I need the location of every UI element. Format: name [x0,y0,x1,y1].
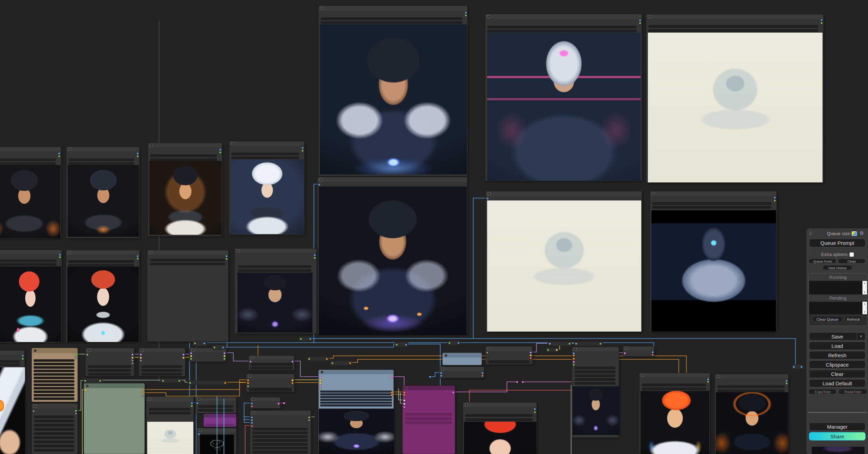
connector-dot-green[interactable] [22,358,24,360]
scroll-down-icon[interactable]: ▼ [862,291,867,294]
node-widget[interactable] [250,363,293,366]
node-widget[interactable] [238,269,311,272]
connector-dot-yellow[interactable] [319,379,321,381]
preview-node-row1-a[interactable] [0,147,61,239]
extra-options-checkbox[interactable] [850,252,854,257]
node-widget[interactable] [320,404,392,406]
node-widget[interactable] [68,260,134,263]
node-title-bar[interactable] [148,250,228,254]
node-title-bar[interactable] [440,367,484,371]
node-widget[interactable] [0,363,20,366]
connector-dot-green[interactable] [308,358,310,360]
node-widget[interactable] [34,384,74,386]
node-widget[interactable] [252,428,308,430]
workflow-image-icon[interactable] [852,231,857,236]
connector-dot-yellow[interactable] [319,382,321,384]
connector-dot-blue[interactable] [197,402,198,404]
view-history-button[interactable]: View History [823,265,852,270]
preview-node-row1-c[interactable] [148,143,222,236]
scroll-up-icon[interactable]: ▲ [862,302,867,306]
node-widget[interactable] [34,416,74,418]
node-title-bar[interactable] [32,348,77,353]
node-title-bar[interactable] [318,177,467,182]
node-widget[interactable] [652,202,771,205]
node-title-bar[interactable] [485,14,642,19]
connector-dot-green[interactable] [465,15,467,16]
node-widget[interactable] [34,449,74,452]
connector-dot-green[interactable] [449,342,450,344]
node-widget[interactable] [0,162,56,165]
connector-dot-blue[interactable] [58,153,60,154]
reroute-node[interactable] [548,342,572,346]
connector-dot-gray[interactable] [486,352,488,353]
queue-thumbnail[interactable] [812,447,865,454]
node-widget[interactable] [652,206,771,209]
connector-dot-blue[interactable] [302,147,303,149]
node-title-bar[interactable] [32,404,77,408]
node-collapse-icon[interactable] [149,251,152,254]
node-widget[interactable] [0,263,57,266]
connector-dot-blue[interactable] [137,153,139,154]
connector-dot-blue[interactable] [314,254,316,256]
connector-dot-gray[interactable] [75,413,77,414]
preview-node-cyborg[interactable] [485,14,642,181]
node-widget[interactable] [149,408,191,411]
connector-dot-yellow[interactable] [132,357,133,359]
node-title-bar[interactable] [247,374,294,378]
preview-node-fireboy[interactable] [715,374,788,454]
node-collapse-icon[interactable] [150,144,153,147]
connector-dot-blue[interactable] [251,422,253,424]
reroute-node[interactable] [188,380,227,385]
connector-dot-green[interactable] [162,380,164,382]
node-widget[interactable] [141,369,182,372]
node-collapse-icon[interactable] [34,405,36,408]
node-widget[interactable] [198,409,233,412]
node-widget[interactable] [88,373,131,376]
connector-dot-orange[interactable] [224,382,226,384]
connector-dot-blue[interactable] [774,197,776,198]
node-title-bar[interactable] [319,6,467,10]
reroute-node[interactable] [161,378,182,383]
node-widget[interactable] [575,370,616,373]
node-collapse-icon[interactable] [191,349,194,351]
connector-dot-green[interactable] [194,343,196,344]
node-widget[interactable] [34,394,74,396]
node-widget[interactable] [34,387,74,389]
queue-front-button[interactable]: Queue Front [809,258,836,264]
connector-dot-blue[interactable] [801,366,802,368]
node-widget[interactable] [34,370,74,372]
node-title-bar[interactable] [623,346,654,350]
connector-dot-pink[interactable] [573,361,575,363]
connector-dot-green[interactable] [707,381,709,383]
node-widget[interactable] [575,382,616,385]
preview-node-diamond[interactable] [650,191,777,332]
preview-node-sketch-mid[interactable] [486,191,642,332]
node-widget[interactable] [249,388,292,391]
node-sampler-2[interactable] [250,410,311,454]
node-title-bar[interactable] [0,250,61,254]
clear-button[interactable]: Clear [809,370,866,378]
node-collapse-icon[interactable] [87,349,90,352]
node-collapse-icon[interactable] [488,192,491,195]
node-widget[interactable] [34,377,74,379]
node-widget[interactable] [465,418,533,421]
connector-dot-pink[interactable] [624,352,626,354]
preview-node-row2-h[interactable] [235,248,317,334]
connector-dot-yellow[interactable] [530,354,532,356]
node-widget[interactable] [642,384,706,386]
node-widget[interactable] [252,447,308,449]
connector-dot-purple[interactable] [224,352,225,354]
connector-dot-red[interactable] [251,405,253,407]
connector-dot-green[interactable] [219,152,221,153]
reroute-node[interactable] [330,361,352,365]
connector-dot-green[interactable] [575,343,577,345]
connector-dot-green[interactable] [137,258,139,259]
reroute-node[interactable] [792,365,804,369]
clear-queue-button[interactable]: Clear Queue [812,316,843,322]
preview-node-row2-f[interactable] [66,250,140,342]
node-title-bar[interactable] [403,386,455,390]
node-widget[interactable] [68,162,134,165]
node-widget[interactable] [320,391,392,393]
connector-dot-gray[interactable] [33,410,34,412]
node-title-bar[interactable] [443,353,482,358]
